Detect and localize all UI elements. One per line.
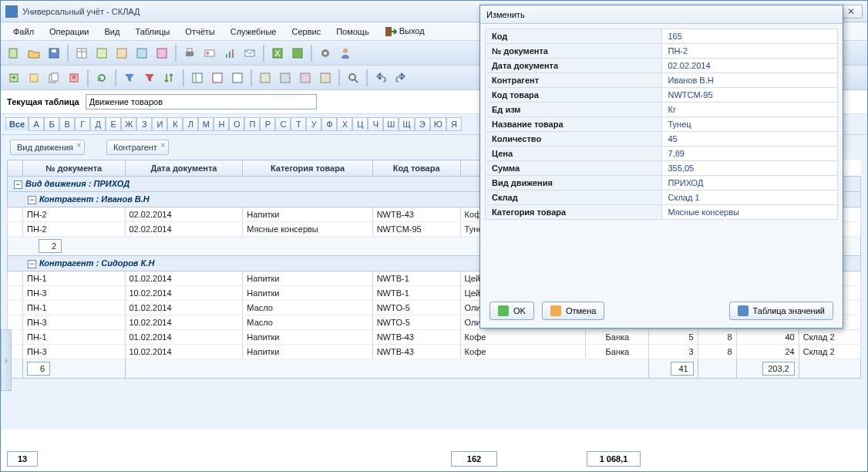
tb-new-icon[interactable] [5,45,22,62]
tb2-grid1-icon[interactable] [257,69,274,86]
tb-chart-icon[interactable] [221,45,238,62]
alpha-tab-Ж[interactable]: Ж [121,117,136,131]
tb-table4-icon[interactable] [133,45,150,62]
tb2-refresh-icon[interactable] [93,69,110,86]
ok-button[interactable]: OK [490,302,534,320]
prop-value[interactable]: Мясные консервы [661,205,838,220]
prop-value[interactable]: 02.02.2014 [661,59,838,73]
tb2-redo-icon[interactable] [392,69,409,86]
tb2-filterclear-icon[interactable] [141,69,158,86]
alpha-tab-Б[interactable]: Б [44,117,59,131]
tb-gear-icon[interactable] [317,45,334,62]
cancel-button[interactable]: Отмена [542,302,604,320]
alpha-tab-Ф[interactable]: Ф [321,117,337,131]
tb2-grid4-icon[interactable] [317,69,334,86]
alpha-tab-П[interactable]: П [244,117,260,131]
prop-value[interactable]: Кг [661,103,838,117]
prop-value[interactable]: 7,89 [661,147,838,161]
prop-value[interactable]: NWTCM-95 [661,88,838,103]
alpha-tab-Л[interactable]: Л [183,117,198,131]
tb-user-icon[interactable] [337,45,354,62]
tb2-col1-icon[interactable] [189,69,206,86]
tb2-copy-icon[interactable] [45,69,62,86]
table-values-button[interactable]: Таблица значений [729,302,833,320]
current-table-input[interactable] [86,94,317,110]
prop-value[interactable]: ПН-2 [661,44,838,59]
alpha-tab-Х[interactable]: Х [337,117,352,131]
col-doc[interactable]: № документа [23,160,126,177]
table-row[interactable]: ПН-310.02.2014НапиткиNWTB-43КофеБанка382… [8,345,861,359]
col-code[interactable]: Код товара [372,160,460,177]
menu-tables[interactable]: Таблицы [129,25,176,39]
alpha-tab-К[interactable]: К [167,117,183,131]
tb-print-icon[interactable] [181,45,198,62]
tb-mail-icon[interactable] [241,45,258,62]
tb2-sort-icon[interactable] [161,69,178,86]
dialog-title-bar[interactable]: Изменить [480,5,843,24]
menu-operations[interactable]: Операции [43,25,95,39]
tb-table3-icon[interactable] [113,45,130,62]
alpha-tab-В[interactable]: В [59,117,75,131]
alpha-tab-С[interactable]: С [275,117,291,131]
alpha-tab-М[interactable]: М [198,117,214,131]
prop-value[interactable]: Тунец [661,117,838,132]
prop-value[interactable]: 165 [661,29,838,44]
alpha-tab-Е[interactable]: Е [106,117,121,131]
prop-value[interactable]: Иванов В.Н [661,73,838,88]
alpha-tab-Р[interactable]: Р [260,117,275,131]
tb2-col3-icon[interactable] [229,69,246,86]
col-date[interactable]: Дата документа [125,160,243,177]
prop-value[interactable]: 355,05 [661,161,838,176]
tb2-edit-icon[interactable] [25,69,42,86]
alpha-tab-А[interactable]: А [29,117,44,131]
menu-reports[interactable]: Отчёты [179,25,220,39]
tb-open-icon[interactable] [25,45,42,62]
tb2-delete-icon[interactable]: × [66,69,82,86]
side-panel-toggle[interactable]: › [1,329,12,391]
group-move-type[interactable]: Вид движения [10,140,85,155]
alpha-tab-У[interactable]: У [306,117,321,131]
alpha-tab-З[interactable]: З [136,117,152,131]
table-row[interactable]: ПН-101.02.2014НапиткиNWTB-43КофеБанка584… [8,330,861,345]
tb-table5-icon[interactable] [153,45,170,62]
prop-label: Ед изм [486,103,662,117]
menu-help[interactable]: Помощь [330,25,375,39]
alpha-tab-Все[interactable]: Все [5,117,29,131]
alpha-tab-Д[interactable]: Д [90,117,106,131]
menu-service[interactable]: Сервис [285,25,327,39]
alpha-tab-О[interactable]: О [229,117,244,131]
alpha-tab-И[interactable]: И [152,117,167,131]
tb2-col2-icon[interactable] [209,69,226,86]
tb2-grid2-icon[interactable] [277,69,294,86]
tb2-grid3-icon[interactable] [297,69,314,86]
menu-service-tables[interactable]: Служебные [224,25,283,39]
alpha-tab-Э[interactable]: Э [415,117,430,131]
tb-save-icon[interactable] [45,45,62,62]
alpha-tab-Ю[interactable]: Ю [430,117,446,131]
group-counterparty[interactable]: Контрагент [106,140,169,155]
alpha-tab-Т[interactable]: Т [291,117,306,131]
menu-view[interactable]: Вид [99,25,126,39]
tb2-undo-icon[interactable] [372,69,389,86]
tb2-add-icon[interactable]: + [5,69,22,86]
col-category[interactable]: Категория товара [243,160,372,177]
alpha-tab-Н[interactable]: Н [214,117,229,131]
tb-export1-icon[interactable]: X [269,45,286,62]
tb-table2-icon[interactable] [93,45,110,62]
tb-card-icon[interactable] [201,45,218,62]
prop-value[interactable]: 45 [661,132,838,147]
alpha-tab-Ч[interactable]: Ч [368,117,383,131]
prop-value[interactable]: Склад 1 [661,190,838,205]
tb-table1-icon[interactable] [73,45,90,62]
menu-exit[interactable]: Выход [378,23,431,40]
alpha-tab-Я[interactable]: Я [446,117,462,131]
menu-file[interactable]: Файл [7,25,40,39]
alpha-tab-Ц[interactable]: Ц [352,117,368,131]
prop-value[interactable]: ПРИХОД [661,176,838,190]
tb2-filter-icon[interactable] [121,69,138,86]
alpha-tab-Ш[interactable]: Ш [383,117,399,131]
tb2-search-icon[interactable] [345,69,362,86]
alpha-tab-Г[interactable]: Г [75,117,90,131]
alpha-tab-Щ[interactable]: Щ [399,117,414,131]
tb-export2-icon[interactable] [289,45,306,62]
